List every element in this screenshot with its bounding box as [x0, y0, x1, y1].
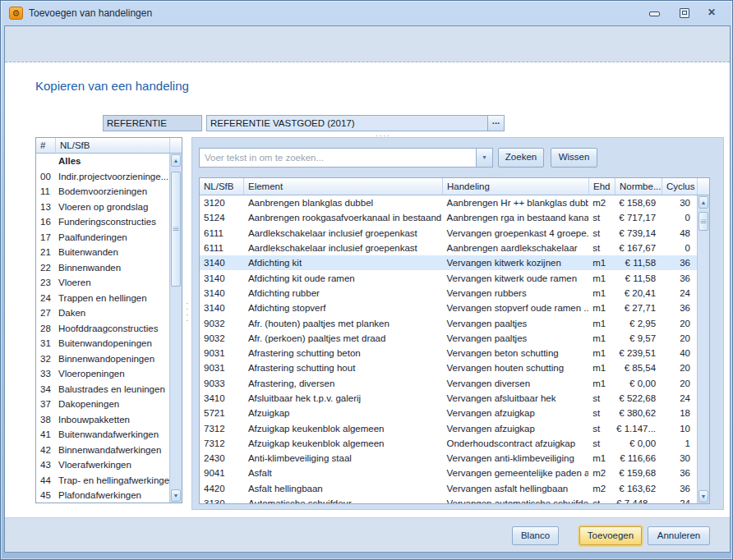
vertical-splitter-handle[interactable]	[185, 301, 190, 333]
table-row[interactable]: 6111 Aardlekschakelaar inclusief groepen…	[200, 241, 697, 255]
table-row[interactable]: 3140 Afdichting kit Vervangen kitwerk ko…	[200, 255, 697, 270]
table-row[interactable]: 9031 Afrastering schutting beton Vervang…	[200, 346, 697, 360]
table-row[interactable]: 2430 Anti-klimbeveiliging staal Vervange…	[200, 451, 697, 466]
column-header-cyclus[interactable]: Cyclus	[662, 178, 698, 195]
table-row[interactable]: 3140 Afdichting kit oude ramen Vervangen…	[200, 270, 697, 285]
reference-value-field[interactable]: REFERENTIE VASTGOED (2017)	[206, 115, 488, 131]
cell-cyclus: 0	[662, 243, 697, 253]
cell-normbe: € 163,62	[615, 484, 662, 493]
list-item[interactable]: 00 Indir.projectvoorzieninge...	[36, 169, 169, 185]
list-item[interactable]: 41 Buitenwandafwerkingen	[36, 427, 169, 443]
dialog-window: Toevoegen van handelingen Kopieren van e…	[0, 0, 733, 560]
cell-element: Afdichting kit	[244, 258, 443, 268]
list-item-label: Vloerafwerkingen	[56, 460, 169, 470]
list-item[interactable]: 27 Daken	[36, 305, 169, 321]
blanco-button[interactable]: Blanco	[512, 526, 559, 545]
list-item[interactable]: 32 Binnenwandopeningen	[36, 351, 169, 367]
scrollbar-thumb[interactable]	[171, 172, 181, 287]
wissen-button[interactable]: Wissen	[551, 148, 597, 168]
annuleren-button[interactable]: Annuleren	[648, 526, 710, 545]
list-item[interactable]: 43 Vloerafwerkingen	[36, 457, 169, 473]
toevoegen-button[interactable]: Toevoegen	[579, 526, 642, 545]
chevron-down-icon[interactable]	[476, 149, 492, 167]
table-row[interactable]: 5124 Aanbrengen rookgasafvoerkanaal in b…	[200, 210, 697, 225]
table-row[interactable]: 9041 Asfalt Vervangen gemeentelijke pade…	[200, 466, 697, 480]
list-item-code: 45	[36, 490, 56, 500]
zoeken-button[interactable]: Zoeken	[498, 148, 544, 168]
cell-normbe: € 2,95	[615, 319, 662, 328]
table-row[interactable]: 9032 Afr. (perkoen) paaltjes met draad V…	[200, 331, 697, 346]
list-item[interactable]: Alles	[36, 154, 169, 169]
list-item-label: Buitenwandopeningen	[56, 338, 169, 348]
column-header-nlsfb[interactable]: NL/SfB	[56, 138, 170, 153]
cell-ehd: st	[588, 393, 615, 403]
list-item[interactable]: 37 Dakopeningen	[36, 397, 169, 412]
list-item[interactable]: 17 Paalfunderingen	[36, 230, 169, 246]
list-item[interactable]: 23 Vloeren	[36, 275, 169, 291]
search-input[interactable]	[200, 149, 476, 167]
table-row[interactable]: 3140 Afdichting rubber Vervangen rubbers…	[200, 286, 697, 301]
list-item-code: 11	[36, 186, 56, 196]
list-item[interactable]: 33 Vloeropeningen	[36, 366, 169, 382]
cell-handeling: Vervangen stopverf oude ramen ...	[443, 303, 589, 313]
minimize-icon[interactable]	[648, 7, 660, 18]
scroll-down-icon[interactable]	[171, 489, 181, 502]
table-row[interactable]: 6111 Aardlekschakelaar inclusief groepen…	[200, 226, 697, 241]
cell-handeling: Aanbrengen Hr ++ blankglas dubbel	[443, 198, 589, 208]
actions-table-scrollbar[interactable]	[697, 195, 709, 503]
column-header-normbe[interactable]: Normbe...	[615, 178, 662, 195]
list-item[interactable]: 16 Funderingsconstructies	[36, 214, 169, 230]
list-item[interactable]: 31 Buitenwandopeningen	[36, 336, 169, 351]
list-item[interactable]: 13 Vloeren op grondslag	[36, 200, 169, 215]
scroll-down-icon[interactable]	[698, 490, 708, 503]
maximize-icon[interactable]	[678, 7, 689, 18]
column-header-nlsfb[interactable]: NL/SfB	[200, 178, 244, 195]
list-item[interactable]: 21 Buitenwanden	[36, 245, 169, 260]
cell-ehd: st	[588, 243, 615, 253]
list-item[interactable]: 42 Binnenwandafwerkingen	[36, 443, 169, 458]
list-item[interactable]: 24 Trappen en hellingen	[36, 291, 169, 306]
list-item[interactable]: 22 Binnenwanden	[36, 260, 169, 276]
list-item[interactable]: 38 Inbouwpakketten	[36, 412, 169, 428]
cell-nlsfb: 9033	[200, 379, 244, 388]
table-row[interactable]: 7312 Afzuigkap keukenblok algemeen Verva…	[200, 420, 697, 435]
list-item[interactable]: 34 Balustrades en leuningen	[36, 382, 169, 397]
close-icon[interactable]	[708, 7, 719, 18]
cell-nlsfb: 9041	[200, 468, 244, 478]
table-row[interactable]: 7312 Afzuigkap keukenblok algemeen Onder…	[200, 436, 697, 451]
list-item[interactable]: 11 Bodemvoorzieningen	[36, 184, 169, 200]
column-header-element[interactable]: Element	[244, 178, 443, 195]
cell-cyclus: 30	[662, 453, 697, 463]
cell-handeling: Vervangen diversen	[443, 379, 589, 388]
table-row[interactable]: 9033 Afrastering, diversen Vervangen div…	[200, 376, 697, 391]
cell-handeling: Vervangen afzuigkap	[443, 408, 589, 418]
list-item-code: 33	[36, 369, 56, 379]
cell-handeling: Aanbrengen rga in bestaand kanaal	[443, 213, 589, 223]
cell-ehd: m1	[588, 319, 615, 328]
horizontal-splitter-handle[interactable]	[363, 129, 403, 134]
titlebar[interactable]: Toevoegen van handelingen	[1, 1, 732, 25]
table-row[interactable]: 4420 Asfalt hellingbaan Vervangen asfalt…	[200, 481, 697, 496]
list-item[interactable]: 28 Hoofddraagconstructies	[36, 321, 169, 337]
table-row[interactable]: 3410 Afsluitbaar hek t.p.v. galerij Verv…	[200, 391, 697, 406]
scroll-up-icon[interactable]	[171, 154, 181, 167]
table-row[interactable]: 3130 Automatische schuifdeur Vervangen a…	[200, 496, 697, 503]
cell-normbe: € 85,54	[615, 363, 662, 373]
table-row[interactable]: 3140 Afdichting stopverf Vervangen stopv…	[200, 301, 697, 315]
scroll-up-icon[interactable]	[698, 196, 708, 209]
category-list-scrollbar[interactable]	[169, 154, 182, 503]
column-header-spacer	[698, 178, 709, 195]
cell-nlsfb: 9031	[200, 348, 244, 358]
column-header-number[interactable]: #	[36, 138, 56, 153]
list-item[interactable]: 45 Plafondafwerkingen	[36, 488, 169, 503]
table-row[interactable]: 9032 Afr. (houten) paaltjes met planken …	[200, 315, 697, 330]
table-row[interactable]: 3120 Aanbrengen blankglas dubbel Aanbren…	[200, 195, 697, 210]
scrollbar-thumb[interactable]	[698, 212, 708, 231]
browse-button[interactable]: ...	[487, 115, 505, 131]
column-header-handeling[interactable]: Handeling	[443, 178, 589, 195]
cell-normbe: € 522,68	[615, 393, 662, 403]
column-header-ehd[interactable]: Ehd	[589, 178, 615, 195]
table-row[interactable]: 5721 Afzuigkap Vervangen afzuigkap st € …	[200, 406, 697, 420]
table-row[interactable]: 9031 Afrastering schutting hout Vervange…	[200, 360, 697, 375]
list-item[interactable]: 44 Trap- en hellingafwerkingen	[36, 473, 169, 489]
